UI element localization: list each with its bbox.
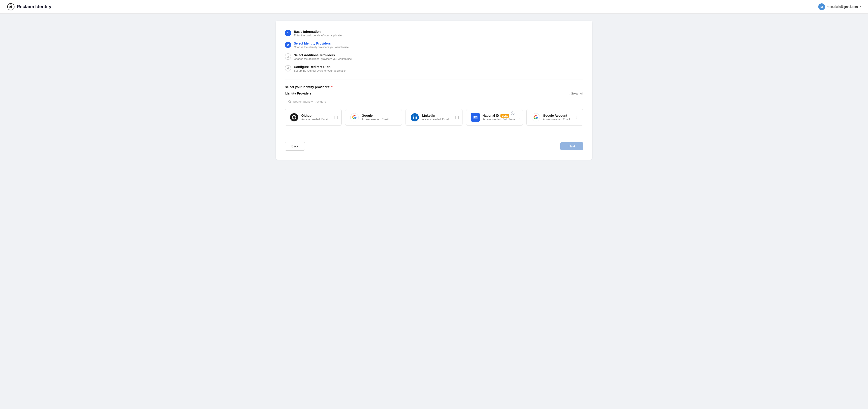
step-3-title: Select Additional Providers — [294, 53, 352, 57]
select-all-checkbox[interactable] — [567, 92, 570, 95]
google-account-info: Google Account Access needed: Email — [543, 114, 579, 121]
providers-grid: Github Access needed: Email — [285, 109, 583, 126]
search-icon — [288, 100, 291, 103]
footer-actions: Back Next — [285, 136, 583, 151]
divider — [285, 80, 583, 80]
step-1-text: Basic Information Enter the basic detail… — [294, 30, 344, 37]
svg-rect-15 — [473, 118, 477, 119]
info-icon: i — [511, 112, 515, 115]
linkedin-icon — [410, 113, 419, 122]
provider-card-github[interactable]: Github Access needed: Email — [285, 109, 342, 126]
select-providers-label: Select your Identity providers: * — [285, 85, 583, 89]
user-menu[interactable]: M moe.dwik@gmail.com ▾ — [818, 3, 861, 10]
national-id-access: Access needed: Full Name — [483, 118, 518, 121]
svg-text:i: i — [513, 113, 513, 115]
step-3-desc: Choose the additional providers you want… — [294, 57, 352, 61]
step-2: 2 Select Identity Providers Choose the i… — [285, 41, 583, 49]
linkedin-checkbox[interactable] — [456, 116, 459, 119]
provider-card-google-account[interactable]: Google Account Access needed: Email — [526, 109, 583, 126]
svg-rect-12 — [473, 116, 475, 118]
required-star: * — [331, 85, 332, 89]
step-4-text: Configure Redirect URIs Set up the redir… — [294, 65, 347, 72]
github-name: Github — [301, 114, 337, 117]
app-logo-icon — [7, 3, 14, 10]
github-checkbox[interactable] — [335, 116, 338, 119]
linkedin-name: LinkedIn — [422, 114, 458, 117]
step-3: 3 Select Additional Providers Choose the… — [285, 53, 583, 61]
svg-point-2 — [11, 7, 11, 8]
google-icon — [350, 113, 359, 122]
google-info: Google Access needed: Email — [362, 114, 397, 121]
app-title: Reclaim Identity — [17, 4, 51, 9]
google-checkbox[interactable] — [395, 116, 398, 119]
google-access: Access needed: Email — [362, 118, 397, 121]
linkedin-info: LinkedIn Access needed: Email — [422, 114, 458, 121]
github-access: Access needed: Email — [301, 118, 337, 121]
svg-rect-14 — [475, 117, 476, 118]
svg-point-5 — [290, 113, 298, 121]
google-account-icon — [531, 113, 540, 122]
user-email: moe.dwik@gmail.com — [827, 5, 858, 9]
step-2-title: Select Identity Providers — [294, 41, 349, 45]
search-container — [285, 98, 583, 105]
step-4: 4 Configure Redirect URIs Set up the red… — [285, 65, 583, 72]
svg-line-4 — [290, 102, 291, 103]
step-1-circle: 1 — [285, 30, 291, 36]
step-3-text: Select Additional Providers Choose the a… — [294, 53, 352, 61]
google-account-access: Access needed: Email — [543, 118, 579, 121]
step-4-circle: 4 — [285, 65, 291, 71]
step-1-desc: Enter the basic details of your applicat… — [294, 34, 344, 37]
github-info: Github Access needed: Email — [301, 114, 337, 121]
app-header: Reclaim Identity M moe.dwik@gmail.com ▾ — [0, 0, 868, 13]
main-content: 1 Basic Information Enter the basic deta… — [0, 13, 868, 167]
header-brand: Reclaim Identity — [7, 3, 51, 10]
avatar: M — [818, 3, 825, 10]
svg-rect-13 — [475, 117, 477, 117]
back-button[interactable]: Back — [285, 142, 305, 151]
google-name: Google — [362, 114, 397, 117]
step-3-circle: 3 — [285, 53, 291, 60]
beta-badge: BETA — [500, 114, 509, 118]
providers-label: Identity Providers — [285, 92, 311, 95]
linkedin-access: Access needed: Email — [422, 118, 458, 121]
steps-list: 1 Basic Information Enter the basic deta… — [285, 30, 583, 72]
google-account-name: Google Account — [543, 114, 579, 117]
providers-header: Identity Providers Select All — [285, 92, 583, 95]
chevron-down-icon: ▾ — [860, 5, 861, 8]
national-id-checkbox[interactable] — [517, 116, 520, 119]
wizard-card: 1 Basic Information Enter the basic deta… — [276, 21, 592, 160]
step-2-text: Select Identity Providers Choose the ide… — [294, 41, 349, 49]
step-2-desc: Choose the identity providers you want t… — [294, 46, 349, 49]
select-all-label[interactable]: Select All — [567, 92, 583, 95]
provider-card-linkedin[interactable]: LinkedIn Access needed: Email — [405, 109, 462, 126]
national-id-icon — [471, 113, 480, 122]
national-id-name: National ID — [483, 114, 499, 117]
step-1: 1 Basic Information Enter the basic deta… — [285, 30, 583, 37]
search-input[interactable] — [293, 100, 580, 103]
provider-card-google[interactable]: Google Access needed: Email — [345, 109, 402, 126]
step-1-title: Basic Information — [294, 30, 344, 33]
github-icon — [289, 113, 299, 122]
step-2-circle: 2 — [285, 41, 291, 48]
next-button[interactable]: Next — [560, 142, 583, 150]
step-4-desc: Set up the redirect URIs for your applic… — [294, 69, 347, 72]
select-all-text: Select All — [571, 92, 583, 95]
step-4-title: Configure Redirect URIs — [294, 65, 347, 69]
google-account-checkbox[interactable] — [576, 116, 579, 119]
provider-card-national-id[interactable]: i National ID BETA — [466, 109, 523, 126]
